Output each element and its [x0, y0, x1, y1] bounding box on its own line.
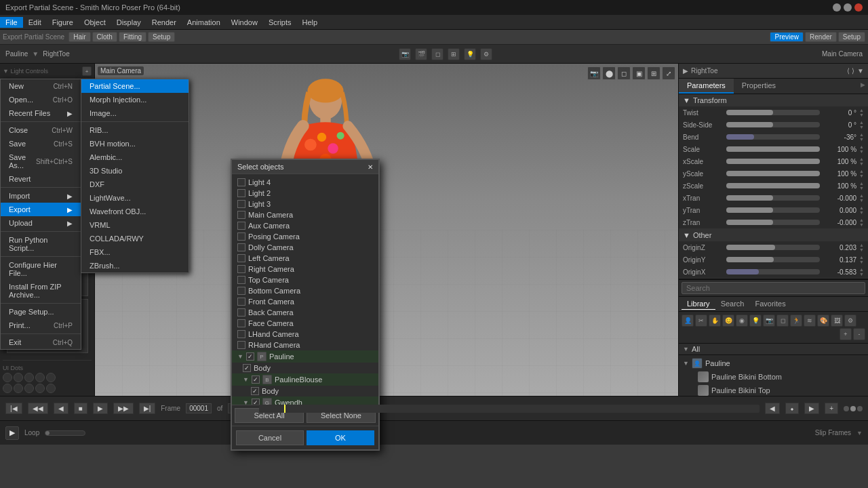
- xtran-arrows[interactable]: ▲▼: [859, 193, 864, 203]
- posingcamera-checkbox[interactable]: [237, 232, 245, 241]
- originy-slider[interactable]: [726, 257, 820, 262]
- export-lightwave[interactable]: LightWave...: [81, 191, 189, 205]
- camera-icon[interactable]: 📷: [399, 48, 411, 60]
- lib-icon-morph[interactable]: ≋: [804, 314, 816, 327]
- export-wavefront[interactable]: Wavefront OBJ...: [81, 205, 189, 218]
- tl-play-back[interactable]: ◀: [54, 403, 68, 414]
- menu-run-python[interactable]: Run Python Script...: [1, 233, 81, 255]
- menu-exit[interactable]: ExitCtrl+Q: [1, 336, 81, 349]
- dlg-dollycamera[interactable]: Dolly Camera: [232, 242, 378, 253]
- lib-nav-search[interactable]: Search: [715, 298, 750, 310]
- menu-window[interactable]: Window: [226, 17, 263, 28]
- menu-close[interactable]: CloseCtrl+W: [1, 123, 81, 137]
- lib-icon-person[interactable]: 👤: [682, 314, 694, 327]
- dlg-frontcamera[interactable]: Front Camera: [232, 296, 378, 307]
- minimize-button[interactable]: [833, 3, 841, 12]
- menu-display[interactable]: Display: [111, 17, 146, 28]
- ok-button[interactable]: OK: [307, 430, 374, 445]
- tab-parameters[interactable]: Parameters: [679, 79, 734, 94]
- lib-icon-scene[interactable]: 🖼: [831, 314, 843, 327]
- sideside-slider[interactable]: [726, 122, 820, 127]
- dlg-auxcamera[interactable]: Aux Camera: [232, 220, 378, 231]
- dlg-light4[interactable]: Light 4: [232, 177, 378, 188]
- yscale-slider[interactable]: [726, 171, 820, 176]
- status-icon-1[interactable]: ▶: [5, 426, 19, 440]
- export-rib[interactable]: RIB...: [81, 123, 189, 137]
- lib-icon-misc[interactable]: ⚙: [844, 314, 856, 327]
- tl-play[interactable]: ▶: [93, 403, 108, 414]
- vp-grid-btn[interactable]: ⊞: [647, 66, 660, 80]
- settings-icon[interactable]: ⚙: [480, 48, 492, 60]
- xtran-slider[interactable]: [726, 195, 820, 201]
- export-fbx[interactable]: FBX...: [81, 245, 189, 259]
- tl-back-step[interactable]: ◀◀: [28, 403, 48, 414]
- sideside-arrows[interactable]: ▲▼: [859, 120, 864, 129]
- menu-file[interactable]: File: [0, 17, 23, 28]
- lib-icon-light[interactable]: 💡: [749, 314, 762, 327]
- loop-slider[interactable]: [45, 430, 85, 436]
- menu-figure[interactable]: Figure: [47, 17, 79, 28]
- vp-display-btn[interactable]: ▣: [632, 66, 646, 80]
- bend-arrows[interactable]: ▲▼: [859, 132, 864, 142]
- dlg-topcamera[interactable]: Top Camera: [232, 274, 378, 285]
- originx-arrows[interactable]: ▲▼: [859, 267, 864, 277]
- menu-revert[interactable]: Revert: [1, 172, 81, 186]
- topcamera-checkbox[interactable]: [237, 276, 245, 284]
- tab-setup[interactable]: Setup: [148, 32, 175, 42]
- maincamera-checkbox[interactable]: [237, 211, 245, 219]
- export-alembic[interactable]: Alembic...: [81, 150, 189, 164]
- menu-page-setup[interactable]: Page Setup...: [1, 305, 81, 319]
- chevron-icon[interactable]: ▼: [857, 67, 864, 75]
- backcamera-checkbox[interactable]: [237, 308, 245, 317]
- originx-slider[interactable]: [726, 269, 820, 274]
- add-light-btn[interactable]: +: [82, 66, 92, 76]
- dlg-gwendh-group[interactable]: ▼ ✓ G Gwendh: [232, 396, 378, 405]
- lib-icon-obj[interactable]: ◻: [776, 314, 789, 327]
- menu-animation[interactable]: Animation: [182, 17, 226, 28]
- lhandcamera-checkbox[interactable]: [237, 330, 245, 338]
- pauline-body-checkbox[interactable]: ✓: [243, 364, 251, 372]
- tab-hair[interactable]: Hair: [68, 32, 90, 42]
- tab-properties[interactable]: Properties: [734, 79, 784, 94]
- menu-save[interactable]: SaveCtrl+S: [1, 137, 81, 150]
- originz-arrows[interactable]: ▲▼: [859, 243, 864, 252]
- twist-arrows[interactable]: ▲▼: [859, 108, 864, 117]
- vp-expand-btn[interactable]: ⤢: [662, 66, 675, 80]
- menu-import[interactable]: Import▶: [1, 189, 81, 203]
- lib-nav-library[interactable]: Library: [682, 298, 715, 310]
- maximize-button[interactable]: [844, 3, 852, 12]
- search-input[interactable]: [682, 282, 865, 294]
- light2-checkbox[interactable]: [237, 189, 245, 197]
- pauline-expand-arrow[interactable]: ▼: [237, 353, 243, 360]
- dlg-blouse-body[interactable]: ✓ Body: [232, 386, 378, 396]
- dollycamera-checkbox[interactable]: [237, 243, 245, 251]
- menu-new[interactable]: NewCtrl+N: [1, 79, 81, 93]
- ytran-arrows[interactable]: ▲▼: [859, 205, 864, 215]
- rhandcamera-checkbox[interactable]: [237, 341, 245, 349]
- params-expand-btn[interactable]: ▶: [858, 79, 868, 94]
- menu-install-zip[interactable]: Install From ZIP Archive...: [1, 280, 81, 302]
- tree-group-pauline-header[interactable]: ▼ 👤 Pauline: [679, 357, 868, 370]
- menu-edit[interactable]: Edit: [23, 17, 47, 28]
- export-image[interactable]: Image...: [81, 106, 189, 120]
- export-vrml[interactable]: VRML: [81, 218, 189, 232]
- vp-cube-btn[interactable]: ◻: [617, 66, 631, 80]
- zscale-arrows[interactable]: ▲▼: [859, 181, 864, 190]
- menu-open[interactable]: Open...Ctrl+O: [1, 93, 81, 106]
- dlg-rhandcamera[interactable]: RHand Camera: [232, 340, 378, 350]
- lib-icon-mat[interactable]: 🎨: [817, 314, 829, 327]
- menu-print[interactable]: Print...Ctrl+P: [1, 319, 81, 332]
- btn-setup2[interactable]: Setup: [838, 32, 865, 42]
- menu-recent-files[interactable]: Recent Files▶: [1, 106, 81, 120]
- originy-arrows[interactable]: ▲▼: [859, 255, 864, 264]
- ztran-arrows[interactable]: ▲▼: [859, 218, 864, 227]
- light-icon[interactable]: 💡: [464, 48, 476, 60]
- blouse-body-checkbox[interactable]: ✓: [251, 387, 259, 395]
- light3-checkbox[interactable]: [237, 200, 245, 208]
- dlg-light3[interactable]: Light 3: [232, 199, 378, 209]
- btn-render[interactable]: Render: [805, 32, 837, 42]
- gwendh-expand-arrow[interactable]: ▼: [243, 399, 249, 405]
- dlg-rightcamera[interactable]: Right Camera: [232, 264, 378, 274]
- vp-record-btn[interactable]: ⬤: [602, 66, 616, 80]
- display-icon[interactable]: ◻: [431, 48, 443, 60]
